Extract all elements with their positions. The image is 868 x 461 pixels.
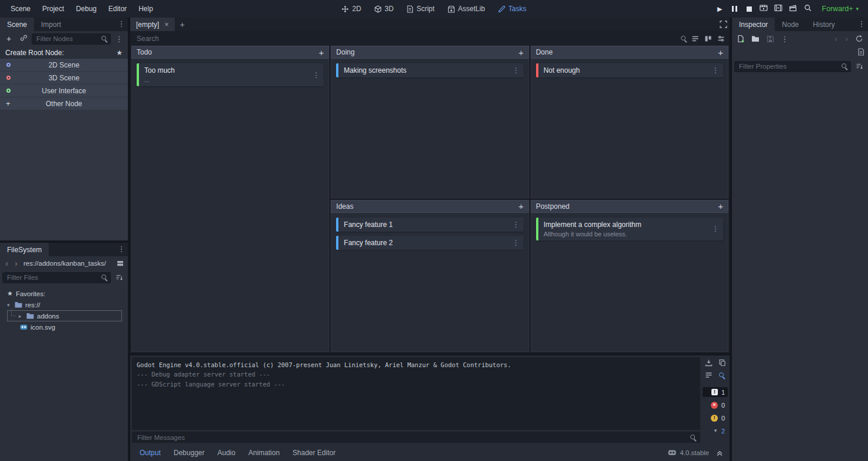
workspace-2d[interactable]: 2D xyxy=(337,3,365,15)
create-2d-scene-button[interactable]: 2D Scene xyxy=(0,59,128,71)
menu-debug[interactable]: Debug xyxy=(70,2,102,15)
task-card[interactable]: Implement a complex algorithm Although i… xyxy=(536,218,723,240)
open-docs-icon[interactable] xyxy=(856,47,866,56)
filter-messages-input[interactable] xyxy=(132,432,700,443)
favorites-star-icon[interactable]: ★ xyxy=(116,49,123,57)
task-menu-icon[interactable]: ⋮ xyxy=(712,66,719,74)
menu-scene[interactable]: Scene xyxy=(5,2,36,15)
scene-tab-empty[interactable]: [empty] × xyxy=(130,18,175,31)
task-menu-icon[interactable]: ⋮ xyxy=(513,221,520,229)
menu-project[interactable]: Project xyxy=(36,2,70,15)
history-back-icon[interactable]: ‹ xyxy=(832,35,840,43)
stop-button[interactable] xyxy=(742,3,755,15)
add-task-button[interactable]: + xyxy=(518,202,524,211)
renderer-select[interactable]: Forward+ ▾ xyxy=(816,3,863,15)
toggle-editor-messages-badge[interactable]: ▼ 2 xyxy=(703,426,728,436)
create-3d-scene-button[interactable]: 3D Scene xyxy=(0,72,128,84)
line-wrap-icon[interactable] xyxy=(703,370,715,381)
menu-help[interactable]: Help xyxy=(133,2,159,15)
panel-shader-editor-button[interactable]: Shader Editor xyxy=(287,446,341,459)
load-resource-icon[interactable] xyxy=(749,33,762,45)
task-card[interactable]: Fancy feature 1 ⋮ xyxy=(336,218,523,232)
toggle-warnings-badge[interactable]: ! 0 xyxy=(703,413,728,423)
workspace-assetlib[interactable]: AssetLib xyxy=(443,3,490,15)
movie-maker-button[interactable] xyxy=(786,3,799,15)
play-button[interactable]: ▶ xyxy=(713,3,726,15)
tree-item-res[interactable]: ▾ res:// xyxy=(1,299,127,310)
fs-current-path[interactable]: res://addons/kanban_tasks/ xyxy=(21,260,114,267)
board-settings-icon[interactable] xyxy=(716,34,726,43)
workspace-3d[interactable]: 3D xyxy=(369,3,398,15)
add-task-button[interactable]: + xyxy=(718,202,723,211)
panel-audio-button[interactable]: Audio xyxy=(212,446,242,459)
search-log-icon[interactable] xyxy=(716,370,728,381)
favorites-item[interactable]: ★ Favorites: xyxy=(1,288,127,299)
panel-animation-button[interactable]: Animation xyxy=(242,446,285,459)
menu-editor[interactable]: Editor xyxy=(103,2,133,15)
tab-inspector[interactable]: Inspector xyxy=(732,18,775,31)
play-scene-button[interactable] xyxy=(757,3,770,15)
save-resource-icon[interactable] xyxy=(764,33,777,45)
tab-scene[interactable]: Scene xyxy=(0,18,34,31)
task-card[interactable]: Too much ... ⋮ xyxy=(137,63,324,86)
filter-files-input[interactable] xyxy=(2,272,111,283)
task-menu-icon[interactable]: ⋮ xyxy=(513,66,520,74)
tree-item-icon-svg[interactable]: icon.svg xyxy=(1,321,127,333)
instance-scene-button[interactable] xyxy=(17,33,30,45)
board-columns-icon[interactable] xyxy=(703,34,713,43)
inspector-sort-icon[interactable] xyxy=(853,60,866,72)
filesystem-dock-menu-icon[interactable]: ⋮ xyxy=(115,243,128,255)
add-node-button[interactable]: + xyxy=(2,33,15,45)
task-card[interactable]: Not enough ⋮ xyxy=(536,63,723,77)
console-log[interactable]: Godot Engine v4.0.stable.official (c) 20… xyxy=(132,357,700,430)
create-other-node-button[interactable]: + Other Node xyxy=(0,97,128,110)
board-filter-list-icon[interactable] xyxy=(690,34,700,43)
task-menu-icon[interactable]: ⋮ xyxy=(712,225,719,233)
tab-node[interactable]: Node xyxy=(775,18,806,31)
copy-log-icon[interactable] xyxy=(716,357,728,368)
task-card[interactable]: Fancy feature 2 ⋮ xyxy=(336,236,523,250)
add-task-button[interactable]: + xyxy=(518,48,524,57)
object-history-icon[interactable] xyxy=(853,33,866,45)
tab-filesystem[interactable]: FileSystem xyxy=(0,243,49,256)
history-forward-icon[interactable]: › xyxy=(842,35,851,43)
collapse-icon[interactable]: ▾ xyxy=(7,302,12,308)
scene-dock-menu-icon[interactable]: ⋮ xyxy=(115,18,128,29)
toggle-messages-badge[interactable]: ! 1 xyxy=(703,387,728,397)
tab-import[interactable]: Import xyxy=(34,18,68,31)
inspector-dock-menu-icon[interactable]: ⋮ xyxy=(855,18,868,29)
fs-display-mode-icon[interactable] xyxy=(115,259,126,268)
board-search-input[interactable] xyxy=(131,32,728,45)
task-card[interactable]: Making screenshots ⋮ xyxy=(336,63,523,77)
workspace-script[interactable]: Script xyxy=(402,3,439,15)
add-task-button[interactable]: + xyxy=(718,48,723,57)
tree-item-addons[interactable]: ▸ addons xyxy=(7,310,122,321)
tab-history[interactable]: History xyxy=(806,18,842,31)
new-scene-tab-button[interactable]: + xyxy=(176,19,189,30)
save-log-icon[interactable] xyxy=(703,357,715,368)
screenshot-button[interactable] xyxy=(801,3,814,15)
new-resource-icon[interactable] xyxy=(734,33,747,45)
expand-bottom-panel-icon[interactable] xyxy=(713,447,726,459)
pause-button[interactable] xyxy=(728,3,741,15)
panel-output-button[interactable]: Output xyxy=(134,446,167,459)
fs-sort-icon[interactable] xyxy=(113,272,126,283)
workspace-tasks[interactable]: Tasks xyxy=(493,3,531,15)
task-menu-icon[interactable]: ⋮ xyxy=(313,71,320,79)
toggle-errors-badge[interactable]: × 0 xyxy=(703,400,728,410)
expand-icon[interactable]: ▸ xyxy=(19,313,23,319)
panel-debugger-button[interactable]: Debugger xyxy=(168,446,211,459)
add-task-button[interactable]: + xyxy=(319,48,324,57)
close-icon[interactable]: × xyxy=(164,20,169,29)
filter-properties-input[interactable] xyxy=(734,61,851,72)
fs-back-icon[interactable]: ‹ xyxy=(2,259,11,267)
fs-forward-icon[interactable]: › xyxy=(12,259,21,267)
filter-nodes-input[interactable] xyxy=(32,33,111,45)
version-button[interactable]: 4.0.stable xyxy=(668,449,709,457)
task-menu-icon[interactable]: ⋮ xyxy=(513,239,520,247)
distraction-free-icon[interactable] xyxy=(717,19,730,30)
scene-tree-options-icon[interactable]: ⋮ xyxy=(113,33,126,45)
create-ui-scene-button[interactable]: User Interface xyxy=(0,84,128,97)
play-custom-scene-button[interactable] xyxy=(772,3,785,15)
resource-options-icon[interactable]: ⋮ xyxy=(778,33,791,45)
